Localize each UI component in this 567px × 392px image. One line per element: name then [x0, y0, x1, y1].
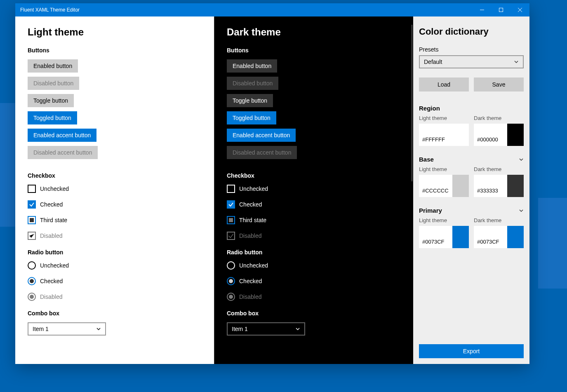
- radio-checked-icon: [28, 277, 36, 285]
- toggle-button[interactable]: Toggle button: [28, 94, 74, 107]
- checkbox-third-icon: [28, 216, 36, 224]
- chevron-down-icon: [519, 208, 524, 213]
- content-area: Light theme Buttons Enabled button Disab…: [15, 16, 529, 364]
- light-theme-label: Light theme: [419, 217, 469, 223]
- region-light-swatch[interactable]: #FFFFFF: [419, 124, 469, 146]
- checkbox-label: Checked: [40, 201, 63, 208]
- enabled-button[interactable]: Enabled button: [227, 59, 277, 73]
- swatch-color: [452, 124, 469, 146]
- radio-unchecked[interactable]: Unchecked: [227, 261, 401, 270]
- radio-icon: [28, 293, 36, 301]
- swatch-hex: #FFFFFF: [419, 124, 452, 146]
- preset-value: Default: [424, 59, 442, 65]
- chevron-down-icon: [295, 326, 300, 331]
- toggled-button[interactable]: Toggled button: [28, 111, 77, 124]
- radio-unchecked[interactable]: Unchecked: [28, 261, 202, 270]
- swatch-color: [507, 175, 524, 197]
- radio-group-label: Radio button: [28, 249, 202, 256]
- radio-icon: [227, 261, 235, 270]
- checkbox-label: Unchecked: [40, 185, 69, 192]
- checkbox-icon: [227, 232, 235, 240]
- light-theme-label: Light theme: [419, 115, 469, 121]
- checkbox-third-icon: [227, 216, 235, 224]
- scrollbar[interactable]: [412, 25, 412, 181]
- combo-box[interactable]: Item 1: [28, 322, 106, 336]
- titlebar: Fluent XAML Theme Editor: [15, 3, 529, 16]
- toggled-button[interactable]: Toggled button: [227, 111, 276, 124]
- minimize-button[interactable]: [473, 3, 492, 16]
- dark-theme-label: Dark theme: [474, 115, 524, 121]
- checkbox-disabled: Disabled: [227, 232, 401, 240]
- radio-disabled: Disabled: [227, 293, 401, 301]
- checkbox-unchecked[interactable]: Unchecked: [227, 185, 401, 193]
- checkbox-group-label: Checkbox: [227, 172, 401, 179]
- combo-box[interactable]: Item 1: [227, 322, 305, 336]
- region-dark-swatch[interactable]: #000000: [474, 124, 524, 146]
- checkbox-label: Disabled: [40, 232, 62, 239]
- dark-theme-label: Dark theme: [474, 217, 524, 223]
- radio-checked[interactable]: Checked: [28, 277, 202, 285]
- checkbox-label: Checked: [239, 201, 262, 208]
- checkbox-checked[interactable]: Checked: [227, 200, 401, 209]
- save-button[interactable]: Save: [474, 77, 524, 92]
- swatch-hex: #000000: [474, 124, 507, 146]
- radio-checked-icon: [227, 277, 235, 285]
- buttons-group-label: Buttons: [227, 47, 401, 54]
- checkbox-third-state[interactable]: Third state: [28, 216, 202, 224]
- chevron-down-icon: [514, 59, 519, 64]
- disabled-accent-button: Disabled accent button: [227, 146, 297, 159]
- checkbox-label: Third state: [40, 217, 67, 223]
- radio-label: Checked: [239, 278, 262, 284]
- radio-icon: [227, 293, 235, 301]
- disabled-accent-button: Disabled accent button: [28, 146, 98, 159]
- enabled-button[interactable]: Enabled button: [28, 59, 78, 73]
- checkbox-third-state[interactable]: Third state: [227, 216, 401, 224]
- dark-theme-label: Dark theme: [474, 166, 524, 172]
- dark-theme-title: Dark theme: [227, 26, 401, 38]
- maximize-button[interactable]: [492, 3, 511, 16]
- primary-section-header[interactable]: Primary: [419, 207, 524, 214]
- checkbox-icon: [227, 185, 235, 193]
- swatch-hex: #0073CF: [419, 226, 452, 248]
- primary-dark-swatch[interactable]: #0073CF: [474, 226, 524, 248]
- radio-group-label: Radio button: [227, 249, 401, 256]
- disabled-button: Disabled button: [227, 77, 278, 90]
- region-section-header[interactable]: Region: [419, 105, 524, 112]
- radio-label: Disabled: [40, 293, 62, 300]
- swatch-hex: #333333: [474, 175, 507, 197]
- radio-disabled: Disabled: [28, 293, 202, 301]
- dark-theme-pane: Dark theme Buttons Enabled button Disabl…: [214, 16, 413, 364]
- radio-checked[interactable]: Checked: [227, 277, 401, 285]
- buttons-group-label: Buttons: [28, 47, 202, 54]
- enabled-accent-button[interactable]: Enabled accent button: [28, 129, 96, 142]
- load-button[interactable]: Load: [419, 77, 469, 92]
- radio-label: Unchecked: [40, 262, 69, 269]
- combo-group-label: Combo box: [227, 310, 401, 317]
- radio-label: Disabled: [239, 293, 261, 300]
- base-dark-swatch[interactable]: #333333: [474, 175, 524, 197]
- window-title: Fluent XAML Theme Editor: [15, 7, 80, 13]
- radio-icon: [28, 261, 36, 270]
- primary-light-swatch[interactable]: #0073CF: [419, 226, 469, 248]
- base-light-swatch[interactable]: #CCCCCC: [419, 175, 469, 197]
- light-theme-label: Light theme: [419, 166, 469, 172]
- export-button[interactable]: Export: [419, 344, 524, 358]
- enabled-accent-button[interactable]: Enabled accent button: [227, 129, 296, 142]
- section-title: Primary: [419, 207, 442, 214]
- presets-label: Presets: [419, 46, 524, 53]
- base-section-header[interactable]: Base: [419, 156, 524, 163]
- section-title: Base: [419, 156, 434, 163]
- checkbox-unchecked[interactable]: Unchecked: [28, 185, 202, 193]
- toggle-button[interactable]: Toggle button: [227, 94, 273, 107]
- combo-value: Item 1: [33, 326, 49, 332]
- color-dictionary-sidebar: Color dictionary Presets Default Load Sa…: [413, 16, 529, 364]
- presets-combo[interactable]: Default: [419, 55, 524, 68]
- checkbox-icon: [28, 185, 36, 193]
- checkbox-checked-icon: [227, 200, 235, 209]
- checkbox-label: Disabled: [239, 232, 261, 239]
- close-button[interactable]: [511, 3, 529, 16]
- swatch-hex: #CCCCCC: [419, 175, 452, 197]
- checkbox-checked[interactable]: Checked: [28, 200, 202, 209]
- checkbox-label: Third state: [239, 217, 266, 223]
- sidebar-title: Color dictionary: [419, 26, 524, 37]
